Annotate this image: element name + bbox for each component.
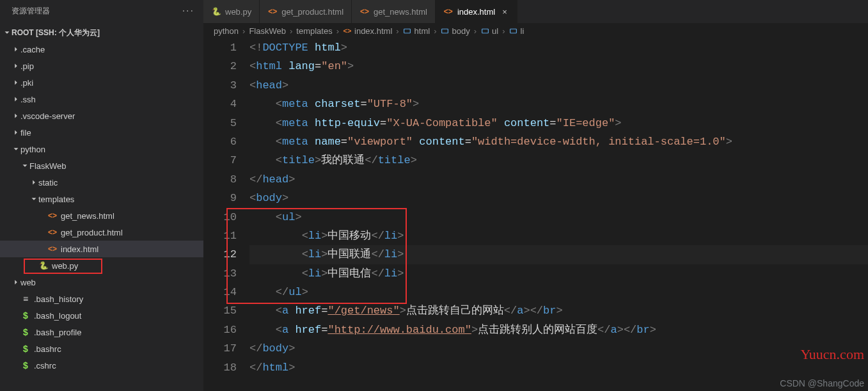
code-line[interactable]: <!DOCTYPE html>	[249, 38, 868, 57]
html-file-icon: <>	[47, 211, 58, 221]
code-line[interactable]: <li>中国电信</li>	[249, 264, 868, 283]
file-item[interactable]: $.bash_logout	[0, 307, 203, 324]
folder-item[interactable]: file	[0, 124, 203, 141]
folder-item[interactable]: .vscode-server	[0, 108, 203, 124]
folder-item[interactable]: .ssh	[0, 91, 203, 108]
folder-item[interactable]: web	[0, 274, 203, 291]
breadcrumb-item[interactable]: ul	[480, 26, 498, 36]
line-number: 18	[203, 358, 237, 377]
tree-item-label: .pip	[20, 61, 34, 71]
chevron-right-icon	[12, 278, 20, 287]
folder-item[interactable]: .cache	[0, 41, 203, 58]
tree-item-label: .bash_history	[34, 294, 83, 304]
folder-item[interactable]: static	[0, 174, 203, 191]
folder-item[interactable]: FlaskWeb	[0, 157, 203, 174]
code-content[interactable]: <!DOCTYPE html><html lang="en"><head> <m…	[249, 38, 868, 391]
chevron-right-icon	[12, 95, 20, 104]
breadcrumb-label: html	[414, 26, 430, 36]
root-folder[interactable]: ROOT [SSH: 个人华为云]	[0, 24, 203, 41]
html-file-icon: <>	[47, 227, 58, 237]
breadcrumb-item[interactable]: body	[441, 26, 470, 36]
svg-rect-3	[510, 29, 517, 33]
line-number: 9	[203, 189, 237, 207]
code-line[interactable]: <li>中国联通</li>	[249, 245, 868, 264]
code-line[interactable]: </ul>	[249, 283, 868, 301]
code-line[interactable]: <a href="/get/news">点击跳转自己的网站</a></br>	[249, 301, 868, 320]
editor-tab[interactable]: <>get_news.html	[352, 0, 436, 23]
code-line[interactable]: <meta name="viewport" content="width=dev…	[249, 132, 868, 151]
code-line[interactable]: <title>我的联通</title>	[249, 151, 868, 170]
code-line[interactable]: </body>	[249, 339, 868, 358]
editor-tab[interactable]: <>get_product.html	[260, 0, 352, 23]
tree-item-label: file	[20, 128, 31, 138]
code-line[interactable]: <meta http-equiv="X-UA-Compatible" conte…	[249, 114, 868, 132]
breadcrumb-label: FlaskWeb	[249, 26, 286, 36]
code-line[interactable]: <a href="http://www.baidu.com">点击跳转别人的网站…	[249, 321, 868, 339]
folder-item[interactable]: templates	[0, 191, 203, 207]
tab-label: index.html	[457, 7, 495, 17]
svg-rect-1	[442, 29, 448, 33]
chevron-right-icon	[12, 45, 20, 54]
breadcrumb-item[interactable]: <>index.html	[343, 26, 392, 36]
text-file-icon: ≡	[20, 294, 31, 304]
line-number: 14	[203, 283, 237, 301]
html-file-icon: <>	[443, 6, 454, 17]
code-line[interactable]: <li>中国移动</li>	[249, 227, 868, 245]
code-line[interactable]: <ul>	[249, 208, 868, 227]
tree-item-label: .pki	[20, 78, 33, 88]
tree-item-label: get_news.html	[61, 211, 114, 221]
line-number: 16	[203, 321, 237, 339]
chevron-right-icon	[29, 178, 38, 187]
code-editor[interactable]: 123456789101112131415161718 <!DOCTYPE ht…	[203, 38, 868, 391]
code-line[interactable]: <head>	[249, 76, 868, 95]
file-item[interactable]: $.bashrc	[0, 340, 203, 357]
line-number: 11	[203, 227, 237, 245]
folder-item[interactable]: python	[0, 141, 203, 157]
folder-item[interactable]: .pip	[0, 58, 203, 74]
code-line[interactable]: <html lang="en">	[249, 57, 868, 76]
more-icon[interactable]: ···	[182, 5, 194, 17]
explorer-sidebar: 资源管理器 ··· ROOT [SSH: 个人华为云] .cache.pip.p…	[0, 0, 203, 391]
tree-item-label: .cshrc	[34, 361, 56, 371]
shell-file-icon: $	[20, 310, 31, 321]
breadcrumb-item[interactable]: li	[509, 26, 525, 36]
editor-tab[interactable]: <>index.html×	[436, 0, 517, 23]
svg-rect-2	[482, 29, 488, 33]
python-file-icon: 🐍	[211, 6, 221, 17]
breadcrumb-label: templates	[296, 26, 332, 36]
html-file-icon: <>	[343, 26, 352, 35]
shell-file-icon: $	[20, 327, 31, 337]
explorer-header: 资源管理器 ···	[0, 0, 203, 22]
file-item[interactable]: 🐍web.py	[0, 257, 203, 274]
file-item[interactable]: $.bash_profile	[0, 324, 203, 340]
chevron-right-icon: ›	[502, 26, 505, 36]
line-number: 15	[203, 301, 237, 320]
chevron-right-icon: ›	[242, 26, 245, 36]
code-line[interactable]: <body>	[249, 189, 868, 207]
breadcrumb-item[interactable]: templates	[296, 26, 332, 36]
breadcrumb-label: body	[452, 26, 470, 36]
breadcrumb-item[interactable]: python	[214, 26, 239, 36]
chevron-right-icon	[12, 111, 20, 120]
file-tree: ROOT [SSH: 个人华为云] .cache.pip.pki.ssh.vsc…	[0, 22, 203, 391]
editor-tab[interactable]: 🐍web.py	[203, 0, 260, 23]
watermark-author: CSDN @ShangCode	[780, 378, 864, 388]
file-item[interactable]: <>get_product.html	[0, 224, 203, 241]
line-number: 6	[203, 132, 237, 151]
line-number: 8	[203, 170, 237, 189]
chevron-right-icon: ›	[336, 26, 339, 36]
breadcrumb-item[interactable]: html	[403, 26, 430, 36]
file-item[interactable]: $.cshrc	[0, 357, 203, 374]
code-line[interactable]: </head>	[249, 170, 868, 189]
file-item[interactable]: ≡.bash_history	[0, 291, 203, 307]
code-line[interactable]: </html>	[249, 358, 868, 377]
file-item[interactable]: <>get_news.html	[0, 207, 203, 224]
breadcrumbs[interactable]: python›FlaskWeb›templates›<>index.html›h…	[203, 23, 868, 38]
code-line[interactable]: <meta charset="UTF-8">	[249, 95, 868, 113]
tree-item-label: .bash_profile	[34, 328, 81, 337]
file-item[interactable]: <>index.html	[0, 241, 203, 257]
breadcrumb-item[interactable]: FlaskWeb	[249, 26, 286, 36]
folder-item[interactable]: .pki	[0, 74, 203, 91]
tree-item-label: .vscode-server	[20, 111, 75, 121]
close-icon[interactable]: ×	[500, 7, 509, 17]
